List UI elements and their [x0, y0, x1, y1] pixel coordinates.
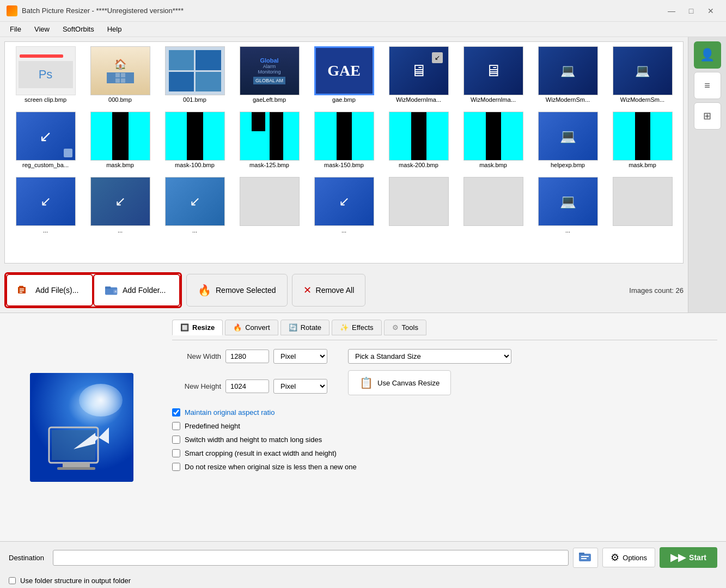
bottom-bar: Destination ⚙ Options ▶▶ Start	[0, 541, 726, 573]
sidebar-list-button[interactable]: ≡	[694, 72, 721, 99]
list-item[interactable]: 🖥 ↙ WizModernIma...	[382, 46, 455, 103]
list-item[interactable]: mask-125.bmp	[233, 112, 306, 168]
folder-structure-checkbox[interactable]	[9, 577, 16, 584]
tab-resize[interactable]: 🔲 Resize	[172, 320, 223, 335]
list-item[interactable]: ↙ ...	[308, 177, 380, 234]
do-not-resize-checkbox[interactable]	[172, 463, 180, 471]
menu-file[interactable]: File	[4, 24, 27, 34]
image-thumbnail	[165, 46, 225, 95]
add-files-button[interactable]: Add File(s)...	[6, 274, 93, 307]
canvas-resize-label: Use Canvas Resize	[377, 379, 440, 387]
add-files-label: Add File(s)...	[35, 286, 78, 295]
list-item[interactable]: ↙ reg_custom_ba...	[9, 112, 82, 168]
tab-convert[interactable]: 🔥 Convert	[225, 320, 278, 335]
standard-size-container: Pick a Standard Size	[348, 349, 511, 364]
list-item[interactable]	[457, 177, 529, 234]
list-item[interactable]: 🏠 0	[84, 46, 156, 103]
tab-tools[interactable]: ⚙ Tools	[384, 320, 426, 335]
tools-tab-label: Tools	[402, 323, 418, 332]
options-button[interactable]: ⚙ Options	[602, 548, 655, 567]
list-item[interactable]: 001.bmp	[158, 46, 231, 103]
image-name: mask-100.bmp	[175, 162, 215, 168]
person-icon: 👤	[700, 48, 715, 62]
image-thumbnail: ↙	[314, 177, 374, 226]
rotate-tab-icon: 🔄	[289, 323, 297, 332]
maintain-aspect-ratio-checkbox[interactable]	[172, 408, 180, 416]
predefined-height-row: Predefined height	[172, 422, 717, 430]
new-height-input[interactable]	[225, 379, 269, 393]
remove-selected-button[interactable]: 🔥 Remove Selected	[186, 274, 288, 307]
list-item[interactable]	[382, 177, 455, 234]
add-folder-button[interactable]: + Add Folder...	[93, 274, 180, 307]
app-icon	[7, 5, 17, 16]
list-item[interactable]: mask.bmp	[606, 112, 679, 168]
image-name: 000.bmp	[108, 96, 132, 103]
image-grid-container[interactable]: Ps screen clip.bmp 🏠	[4, 41, 684, 264]
menu-bar: File View SoftOrbits Help	[0, 22, 726, 37]
list-item[interactable]	[233, 177, 306, 234]
list-item[interactable]: GAE gae.bmp	[308, 46, 380, 103]
list-item[interactable]: mask.bmp	[84, 112, 156, 168]
sidebar-person-button[interactable]: 👤	[694, 41, 721, 69]
title-bar-controls: — □ ✕	[663, 3, 719, 19]
bottom-area: 🔲 Resize 🔥 Convert 🔄 Rotate ✨ Effects ⚙	[0, 313, 726, 541]
list-item[interactable]: 💻 helpexp.bmp	[532, 112, 604, 168]
list-item[interactable]: ↙ ...	[9, 177, 82, 234]
new-width-unit-select[interactable]: Pixel Percent cm inch	[273, 349, 327, 364]
menu-view[interactable]: View	[29, 24, 55, 34]
add-buttons-group: Add File(s)... + Add Folder...	[4, 272, 182, 308]
list-item[interactable]: mask-150.bmp	[308, 112, 380, 168]
list-item[interactable]: 💻 ...	[532, 177, 604, 234]
new-height-unit-select[interactable]: Pixel Percent cm inch	[273, 379, 327, 394]
list-item[interactable]	[606, 177, 679, 234]
folder-structure-row: Use folder structure in output folder	[0, 573, 726, 588]
maximize-button[interactable]: □	[682, 3, 700, 19]
start-button[interactable]: ▶▶ Start	[660, 547, 717, 568]
list-item[interactable]: mask.bmp	[457, 112, 529, 168]
standard-size-select[interactable]: Pick a Standard Size	[348, 349, 511, 364]
new-width-input[interactable]	[225, 350, 269, 363]
list-item[interactable]: 💻 WizModernSm...	[532, 46, 604, 103]
destination-input[interactable]	[53, 550, 569, 566]
remove-all-button[interactable]: ✕ Remove All	[292, 274, 366, 307]
list-item[interactable]: mask-100.bmp	[158, 112, 231, 168]
start-label: Start	[689, 553, 706, 562]
add-files-icon	[18, 284, 31, 297]
tab-effects[interactable]: ✨ Effects	[332, 320, 382, 335]
new-height-row: New Height Pixel Percent cm inch 📋 Use C…	[172, 370, 717, 402]
canvas-resize-button[interactable]: 📋 Use Canvas Resize	[348, 370, 451, 395]
smart-cropping-row: Smart cropping (result in exact width an…	[172, 449, 717, 457]
list-item[interactable]: ↙ ...	[84, 177, 156, 234]
smart-cropping-checkbox[interactable]	[172, 449, 180, 457]
image-thumbnail: Ps	[16, 46, 76, 95]
image-name: gaeLeft.bmp	[253, 96, 286, 103]
sidebar-grid-button[interactable]: ⊞	[694, 102, 721, 130]
predefined-height-checkbox[interactable]	[172, 422, 180, 430]
image-name: ...	[192, 227, 197, 234]
image-thumbnail: 🖥 ↙	[389, 46, 449, 95]
image-thumbnail	[240, 112, 300, 161]
image-grid-row2: ↙ reg_custom_ba... mask.bmp	[5, 107, 683, 173]
image-thumbnail: ↙	[165, 177, 225, 226]
tab-rotate[interactable]: 🔄 Rotate	[280, 320, 330, 335]
list-item[interactable]: mask-200.bmp	[382, 112, 455, 168]
image-name: mask-150.bmp	[324, 162, 364, 168]
list-item[interactable]: 🖥 WizModernIma...	[457, 46, 529, 103]
image-thumbnail: GAE	[314, 46, 374, 95]
browse-button[interactable]	[573, 548, 598, 568]
list-item[interactable]: Ps screen clip.bmp	[9, 46, 82, 103]
list-item[interactable]: 💻 WizModernSm...	[606, 46, 679, 103]
switch-width-height-checkbox[interactable]	[172, 436, 180, 444]
menu-help[interactable]: Help	[102, 24, 127, 34]
menu-softorbits[interactable]: SoftOrbits	[57, 24, 100, 34]
canvas-resize-icon: 📋	[359, 376, 373, 389]
minimize-button[interactable]: —	[663, 3, 680, 19]
effects-tab-label: Effects	[352, 323, 374, 332]
list-item[interactable]: Global Alarm Monitoring GLOBAL AM gaeLef…	[233, 46, 306, 103]
list-item[interactable]: ↙ ...	[158, 177, 231, 234]
do-not-resize-label: Do not resize when original size is less…	[185, 463, 357, 471]
close-button[interactable]: ✕	[702, 3, 719, 19]
image-thumbnail	[613, 177, 673, 226]
image-name: WizModernSm...	[620, 96, 664, 103]
image-name: ...	[43, 227, 48, 234]
